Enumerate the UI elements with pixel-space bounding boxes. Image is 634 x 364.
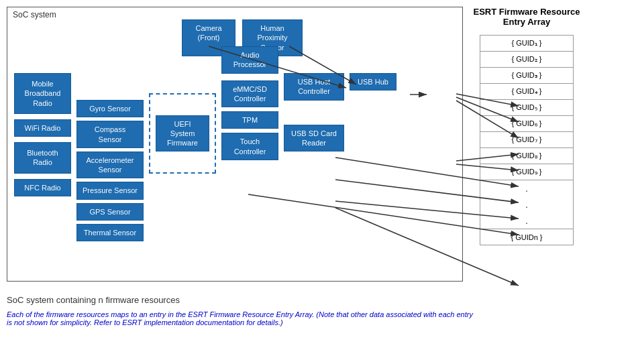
gyro-sensor-box: Gyro Sensor: [76, 100, 144, 117]
guid-row-n: { GUIDn }: [480, 229, 574, 245]
esrt-panel: ESRT Firmware Resource Entry Array { GUI…: [470, 7, 584, 245]
guid-table: { GUID₁ } { GUID₂ } { GUID₃ } { GUID₄ } …: [480, 35, 574, 245]
wifi-radio-box: WiFi Radio: [14, 119, 71, 137]
uefi-column: UEFI System Firmware: [149, 93, 216, 174]
bluetooth-radio-box: Bluetooth Radio: [14, 142, 71, 174]
outer-container: SoC system Camera (Front) Human Proximit…: [7, 7, 627, 326]
guid-cell-7: { GUID₇ }: [480, 132, 574, 148]
usb-host-box: USB Host Controller: [284, 73, 344, 101]
compass-sensor-box: Compass Sensor: [76, 121, 144, 148]
diagram-area: SoC system Camera (Front) Human Proximit…: [7, 7, 627, 282]
pressure-sensor-box: Pressure Sensor: [76, 182, 144, 199]
caption-line1: SoC system containing n firmware resourc…: [7, 295, 627, 305]
guid-cell-8: { GUID₈ }: [480, 148, 574, 164]
guid-row-1: { GUID₁ }: [480, 36, 574, 52]
guid-cell-3: { GUID₃ }: [480, 68, 574, 84]
accelerometer-sensor-box: Accelerometer Sensor: [76, 151, 144, 179]
guid-dot-row-1: .: [480, 180, 574, 197]
touch-controller-box: Touch Controller: [221, 133, 278, 160]
guid-row-8: { GUID₈ }: [480, 148, 574, 164]
caption-area: SoC system containing n firmware resourc…: [7, 295, 627, 326]
sensor-column: Gyro Sensor Compass Sensor Accelerometer…: [76, 100, 144, 241]
usb-hub-column: USB Hub: [350, 73, 397, 90]
usb-sd-box: USB SD Card Reader: [284, 125, 344, 152]
usb-column: USB Host Controller USB SD Card Reader: [284, 73, 344, 151]
guid-row-3: { GUID₃ }: [480, 68, 574, 84]
uefi-firmware-box: UEFI System Firmware: [156, 115, 209, 152]
guid-cell-5: { GUID₅ }: [480, 100, 574, 116]
guid-cell-9: { GUID₉ }: [480, 164, 574, 180]
esrt-title: ESRT Firmware Resource Entry Array: [470, 7, 584, 27]
guid-row-9: { GUID₉ }: [480, 164, 574, 180]
uefi-dashed-box: UEFI System Firmware: [149, 93, 216, 174]
guid-cell-1: { GUID₁ }: [480, 36, 574, 52]
soc-label: SoC system: [13, 10, 56, 19]
guid-row-6: { GUID₆ }: [480, 116, 574, 132]
guid-row-5: { GUID₅ }: [480, 100, 574, 116]
guid-dot-3: .: [480, 213, 574, 229]
caption-line2: Each of the firmware resources maps to a…: [7, 310, 476, 326]
guid-dot-1: .: [480, 180, 574, 197]
mid-column: Audio Processor eMMC/SD Controller TPM T…: [221, 46, 278, 160]
emmc-box: eMMC/SD Controller: [221, 80, 278, 108]
gps-sensor-box: GPS Sensor: [76, 203, 144, 221]
guid-row-7: { GUID₇ }: [480, 132, 574, 148]
soc-system-box: SoC system Camera (Front) Human Proximit…: [7, 7, 463, 282]
guid-cell-6: { GUID₆ }: [480, 116, 574, 132]
audio-processor-box: Audio Processor: [221, 46, 278, 74]
thermal-sensor-box: Thermal Sensor: [76, 224, 144, 241]
usb-hub-box: USB Hub: [350, 73, 397, 90]
guid-row-2: { GUID₂ }: [480, 52, 574, 68]
guid-dot-row-2: .: [480, 196, 574, 213]
mobile-broadband-radio-box: Mobile Broadband Radio: [14, 73, 71, 114]
nfc-radio-box: NFC Radio: [14, 179, 71, 196]
guid-cell-4: { GUID₄ }: [480, 84, 574, 100]
radio-column: Mobile Broadband Radio WiFi Radio Blueto…: [14, 73, 71, 196]
guid-dot-2: .: [480, 196, 574, 213]
guid-row-4: { GUID₄ }: [480, 84, 574, 100]
soc-inner: Mobile Broadband Radio WiFi Radio Blueto…: [14, 40, 456, 241]
guid-cell-n: { GUIDn }: [480, 229, 574, 245]
guid-cell-2: { GUID₂ }: [480, 52, 574, 68]
guid-dot-row-3: .: [480, 213, 574, 229]
tpm-box: TPM: [221, 111, 278, 129]
